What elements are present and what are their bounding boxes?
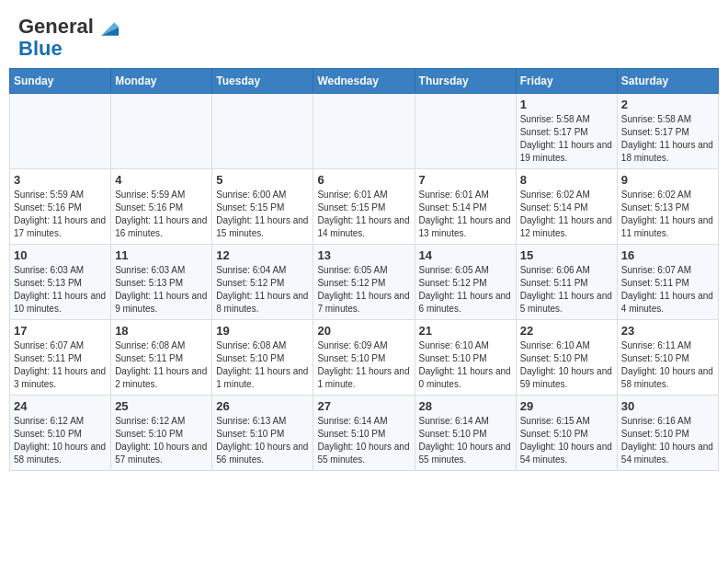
day-info: Sunrise: 6:03 AM Sunset: 5:13 PM Dayligh… xyxy=(115,264,208,316)
calendar-cell: 16Sunrise: 6:07 AM Sunset: 5:11 PM Dayli… xyxy=(617,245,718,320)
day-info: Sunrise: 6:02 AM Sunset: 5:14 PM Dayligh… xyxy=(520,189,613,240)
calendar-cell: 25Sunrise: 6:12 AM Sunset: 5:10 PM Dayli… xyxy=(111,396,212,471)
calendar-week-3: 17Sunrise: 6:07 AM Sunset: 5:11 PM Dayli… xyxy=(10,320,719,396)
day-info: Sunrise: 6:08 AM Sunset: 5:11 PM Dayligh… xyxy=(115,339,208,391)
calendar-cell: 3Sunrise: 5:59 AM Sunset: 5:16 PM Daylig… xyxy=(10,169,111,245)
calendar-cell xyxy=(415,94,516,169)
day-number: 6 xyxy=(317,173,410,187)
calendar-cell: 22Sunrise: 6:10 AM Sunset: 5:10 PM Dayli… xyxy=(516,320,617,396)
calendar-cell: 24Sunrise: 6:12 AM Sunset: 5:10 PM Dayli… xyxy=(10,396,111,471)
calendar-cell: 12Sunrise: 6:04 AM Sunset: 5:12 PM Dayli… xyxy=(212,245,313,320)
day-info: Sunrise: 6:14 AM Sunset: 5:10 PM Dayligh… xyxy=(419,415,512,466)
day-info: Sunrise: 5:58 AM Sunset: 5:17 PM Dayligh… xyxy=(621,113,714,165)
calendar-cell: 7Sunrise: 6:01 AM Sunset: 5:14 PM Daylig… xyxy=(415,169,516,245)
calendar-cell: 5Sunrise: 6:00 AM Sunset: 5:15 PM Daylig… xyxy=(212,169,313,245)
day-info: Sunrise: 6:09 AM Sunset: 5:10 PM Dayligh… xyxy=(317,339,410,391)
calendar-cell: 27Sunrise: 6:14 AM Sunset: 5:10 PM Dayli… xyxy=(313,396,415,471)
calendar-cell xyxy=(313,94,415,169)
calendar-cell: 23Sunrise: 6:11 AM Sunset: 5:10 PM Dayli… xyxy=(617,320,718,396)
calendar-wrapper: SundayMondayTuesdayWednesdayThursdayFrid… xyxy=(0,68,728,480)
weekday-header-monday: Monday xyxy=(111,69,212,94)
logo: General Blue xyxy=(18,17,123,59)
day-number: 21 xyxy=(419,324,512,338)
calendar-table: SundayMondayTuesdayWednesdayThursdayFrid… xyxy=(9,68,719,471)
day-info: Sunrise: 6:11 AM Sunset: 5:10 PM Dayligh… xyxy=(621,339,714,391)
calendar-cell: 26Sunrise: 6:13 AM Sunset: 5:10 PM Dayli… xyxy=(212,396,313,471)
day-number: 29 xyxy=(520,399,613,413)
day-number: 20 xyxy=(317,324,410,338)
day-info: Sunrise: 6:01 AM Sunset: 5:14 PM Dayligh… xyxy=(419,189,512,240)
page-header: General Blue xyxy=(0,0,728,68)
calendar-cell: 28Sunrise: 6:14 AM Sunset: 5:10 PM Dayli… xyxy=(415,396,516,471)
day-info: Sunrise: 6:07 AM Sunset: 5:11 PM Dayligh… xyxy=(621,264,714,316)
calendar-cell: 18Sunrise: 6:08 AM Sunset: 5:11 PM Dayli… xyxy=(111,320,212,396)
calendar-cell: 21Sunrise: 6:10 AM Sunset: 5:10 PM Dayli… xyxy=(415,320,516,396)
day-info: Sunrise: 6:10 AM Sunset: 5:10 PM Dayligh… xyxy=(520,339,613,391)
day-info: Sunrise: 5:59 AM Sunset: 5:16 PM Dayligh… xyxy=(115,189,208,240)
calendar-cell: 30Sunrise: 6:16 AM Sunset: 5:10 PM Dayli… xyxy=(617,396,718,471)
calendar-cell: 2Sunrise: 5:58 AM Sunset: 5:17 PM Daylig… xyxy=(617,94,718,169)
weekday-header-wednesday: Wednesday xyxy=(313,69,415,94)
day-number: 12 xyxy=(216,248,309,262)
day-number: 9 xyxy=(621,173,714,187)
calendar-cell: 4Sunrise: 5:59 AM Sunset: 5:16 PM Daylig… xyxy=(111,169,212,245)
day-number: 15 xyxy=(520,248,613,262)
weekday-header-thursday: Thursday xyxy=(415,69,516,94)
day-info: Sunrise: 6:14 AM Sunset: 5:10 PM Dayligh… xyxy=(317,415,410,466)
day-number: 7 xyxy=(419,173,512,187)
day-number: 11 xyxy=(115,248,208,262)
day-info: Sunrise: 6:01 AM Sunset: 5:15 PM Dayligh… xyxy=(317,189,410,240)
day-number: 16 xyxy=(621,248,714,262)
day-info: Sunrise: 6:05 AM Sunset: 5:12 PM Dayligh… xyxy=(317,264,410,316)
calendar-cell: 9Sunrise: 6:02 AM Sunset: 5:13 PM Daylig… xyxy=(617,169,718,245)
day-number: 23 xyxy=(621,324,714,338)
day-number: 2 xyxy=(621,98,714,111)
day-number: 8 xyxy=(520,173,613,187)
calendar-cell: 8Sunrise: 6:02 AM Sunset: 5:14 PM Daylig… xyxy=(516,169,617,245)
day-number: 26 xyxy=(216,399,309,413)
day-number: 3 xyxy=(14,173,107,187)
day-info: Sunrise: 6:03 AM Sunset: 5:13 PM Dayligh… xyxy=(14,264,107,316)
calendar-cell: 19Sunrise: 6:08 AM Sunset: 5:10 PM Dayli… xyxy=(212,320,313,396)
calendar-week-4: 24Sunrise: 6:12 AM Sunset: 5:10 PM Dayli… xyxy=(10,396,719,471)
calendar-cell: 14Sunrise: 6:05 AM Sunset: 5:12 PM Dayli… xyxy=(415,245,516,320)
calendar-cell xyxy=(111,94,212,169)
day-number: 30 xyxy=(621,399,714,413)
calendar-cell: 13Sunrise: 6:05 AM Sunset: 5:12 PM Dayli… xyxy=(313,245,415,320)
day-info: Sunrise: 6:16 AM Sunset: 5:10 PM Dayligh… xyxy=(621,415,714,466)
day-info: Sunrise: 5:58 AM Sunset: 5:17 PM Dayligh… xyxy=(520,113,613,165)
day-number: 22 xyxy=(520,324,613,338)
day-info: Sunrise: 6:12 AM Sunset: 5:10 PM Dayligh… xyxy=(115,415,208,466)
calendar-cell: 29Sunrise: 6:15 AM Sunset: 5:10 PM Dayli… xyxy=(516,396,617,471)
day-number: 5 xyxy=(216,173,309,187)
calendar-week-1: 3Sunrise: 5:59 AM Sunset: 5:16 PM Daylig… xyxy=(10,169,719,245)
weekday-header-friday: Friday xyxy=(516,69,617,94)
weekday-header-sunday: Sunday xyxy=(10,69,111,94)
day-info: Sunrise: 6:02 AM Sunset: 5:13 PM Dayligh… xyxy=(621,189,714,240)
day-number: 13 xyxy=(317,248,410,262)
day-info: Sunrise: 5:59 AM Sunset: 5:16 PM Dayligh… xyxy=(14,189,107,240)
day-number: 1 xyxy=(520,98,613,111)
day-number: 18 xyxy=(115,324,208,338)
day-info: Sunrise: 6:04 AM Sunset: 5:12 PM Dayligh… xyxy=(216,264,309,316)
weekday-header-saturday: Saturday xyxy=(617,69,718,94)
day-info: Sunrise: 6:13 AM Sunset: 5:10 PM Dayligh… xyxy=(216,415,309,466)
day-number: 14 xyxy=(419,248,512,262)
calendar-cell: 6Sunrise: 6:01 AM Sunset: 5:15 PM Daylig… xyxy=(313,169,415,245)
calendar-cell: 17Sunrise: 6:07 AM Sunset: 5:11 PM Dayli… xyxy=(10,320,111,396)
day-info: Sunrise: 6:15 AM Sunset: 5:10 PM Dayligh… xyxy=(520,415,613,466)
day-number: 28 xyxy=(419,399,512,413)
day-number: 4 xyxy=(115,173,208,187)
day-number: 24 xyxy=(14,399,107,413)
calendar-cell: 1Sunrise: 5:58 AM Sunset: 5:17 PM Daylig… xyxy=(516,94,617,169)
day-info: Sunrise: 6:08 AM Sunset: 5:10 PM Dayligh… xyxy=(216,339,309,391)
calendar-cell: 10Sunrise: 6:03 AM Sunset: 5:13 PM Dayli… xyxy=(10,245,111,320)
day-info: Sunrise: 6:12 AM Sunset: 5:10 PM Dayligh… xyxy=(14,415,107,466)
calendar-week-2: 10Sunrise: 6:03 AM Sunset: 5:13 PM Dayli… xyxy=(10,245,719,320)
calendar-cell: 11Sunrise: 6:03 AM Sunset: 5:13 PM Dayli… xyxy=(111,245,212,320)
day-info: Sunrise: 6:06 AM Sunset: 5:11 PM Dayligh… xyxy=(520,264,613,316)
day-number: 19 xyxy=(216,324,309,338)
day-info: Sunrise: 6:07 AM Sunset: 5:11 PM Dayligh… xyxy=(14,339,107,391)
day-number: 27 xyxy=(317,399,410,413)
day-number: 25 xyxy=(115,399,208,413)
